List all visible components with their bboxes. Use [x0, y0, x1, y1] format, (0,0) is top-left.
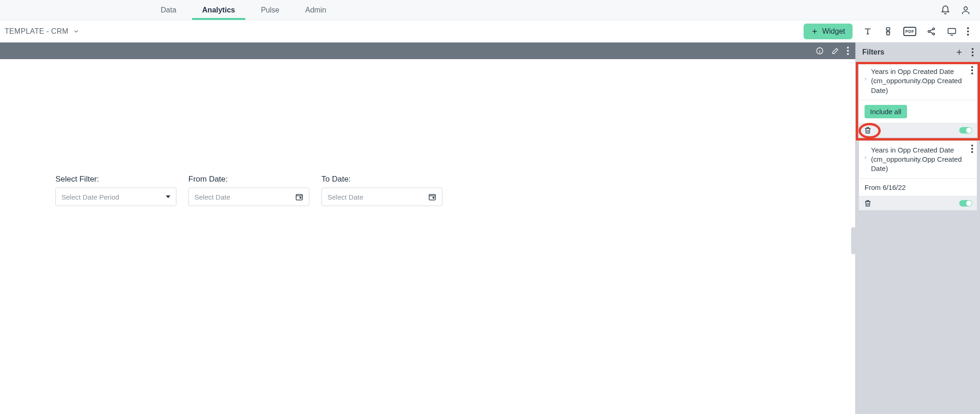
text-icon[interactable]: [863, 26, 873, 37]
filter-card-title: Years in Opp Created Date (cm_opportunit…: [871, 67, 964, 95]
user-icon[interactable]: [961, 5, 971, 15]
svg-rect-7: [296, 195, 302, 200]
select-filter-placeholder: Select Date Period: [61, 193, 166, 201]
svg-point-3: [933, 28, 935, 30]
dashboard-more-menu[interactable]: [967, 27, 969, 36]
svg-rect-8: [300, 197, 302, 199]
svg-rect-1: [886, 27, 889, 30]
plus-icon: [811, 28, 818, 35]
tab-pulse[interactable]: Pulse: [248, 0, 292, 20]
chevron-right-icon: [863, 155, 868, 160]
select-filter-dropdown[interactable]: Select Date Period: [55, 188, 176, 206]
calendar-icon: [295, 193, 303, 201]
from-date-placeholder: Select Date: [194, 193, 295, 201]
pdf-export-button[interactable]: PDF: [903, 27, 916, 36]
svg-point-0: [964, 6, 967, 10]
chevron-down-icon: [73, 28, 79, 35]
dashboard-title-text: TEMPLATE - CRM: [5, 27, 68, 36]
from-date-label: From Date:: [188, 175, 309, 184]
info-icon[interactable]: [816, 47, 824, 55]
present-icon[interactable]: [947, 26, 957, 37]
add-widget-button[interactable]: Widget: [804, 24, 853, 39]
widget-more-menu[interactable]: [847, 47, 849, 55]
filter-card[interactable]: Years in Opp Created Date (cm_opportunit…: [859, 62, 977, 138]
filter-selection-text: From 6/16/22: [865, 183, 906, 191]
svg-point-4: [933, 33, 935, 35]
calendar-icon: [428, 193, 436, 201]
filters-panel: Filters Years in Opp Created Date (cm_op…: [855, 43, 980, 414]
delete-filter-icon[interactable]: [864, 126, 872, 134]
delete-filter-icon[interactable]: [864, 199, 872, 207]
svg-point-2: [928, 30, 930, 32]
tab-data[interactable]: Data: [148, 0, 189, 20]
share-icon[interactable]: [926, 26, 937, 37]
svg-rect-9: [429, 195, 436, 200]
svg-rect-10: [433, 197, 435, 199]
filter-card-title: Years in Opp Created Date (cm_opportunit…: [871, 146, 964, 174]
filter-card[interactable]: Years in Opp Created Date (cm_opportunit…: [859, 140, 977, 211]
top-nav: Data Analytics Pulse Admin: [0, 0, 980, 20]
widget-canvas: Select Filter: Select Date Period From D…: [0, 59, 855, 414]
add-widget-label: Widget: [822, 27, 845, 36]
edit-icon[interactable]: [831, 47, 840, 55]
chevron-right-icon: [863, 76, 868, 82]
add-filter-icon[interactable]: [955, 48, 963, 56]
to-date-label: To Date:: [321, 175, 442, 184]
filter-enable-toggle[interactable]: [959, 127, 972, 134]
tab-admin[interactable]: Admin: [292, 0, 339, 20]
widget-header-bar: [0, 43, 855, 59]
caret-down-icon: [166, 195, 170, 198]
filter-card-menu[interactable]: [971, 145, 973, 153]
formula-icon[interactable]: [883, 26, 893, 37]
bell-icon[interactable]: [940, 5, 950, 15]
dashboard-toolbar: TEMPLATE - CRM Widget PDF: [0, 20, 980, 43]
filter-enable-toggle[interactable]: [959, 200, 972, 207]
to-date-input[interactable]: Select Date: [321, 188, 442, 206]
collapse-panel-handle[interactable]: [851, 227, 856, 254]
select-filter-label: Select Filter:: [55, 175, 176, 184]
dashboard-title-dropdown[interactable]: TEMPLATE - CRM: [5, 27, 79, 36]
to-date-placeholder: Select Date: [327, 193, 428, 201]
tab-analytics[interactable]: Analytics: [189, 0, 248, 20]
filter-selection-pill[interactable]: Include all: [865, 105, 907, 118]
filters-panel-menu[interactable]: [972, 48, 974, 56]
filter-card-highlighted: Years in Opp Created Date (cm_opportunit…: [856, 62, 980, 140]
from-date-input[interactable]: Select Date: [188, 188, 309, 206]
filter-card-menu[interactable]: [971, 66, 973, 74]
dashboard-canvas-column: Select Filter: Select Date Period From D…: [0, 43, 855, 414]
svg-rect-5: [948, 28, 956, 33]
filters-panel-title: Filters: [862, 48, 884, 56]
